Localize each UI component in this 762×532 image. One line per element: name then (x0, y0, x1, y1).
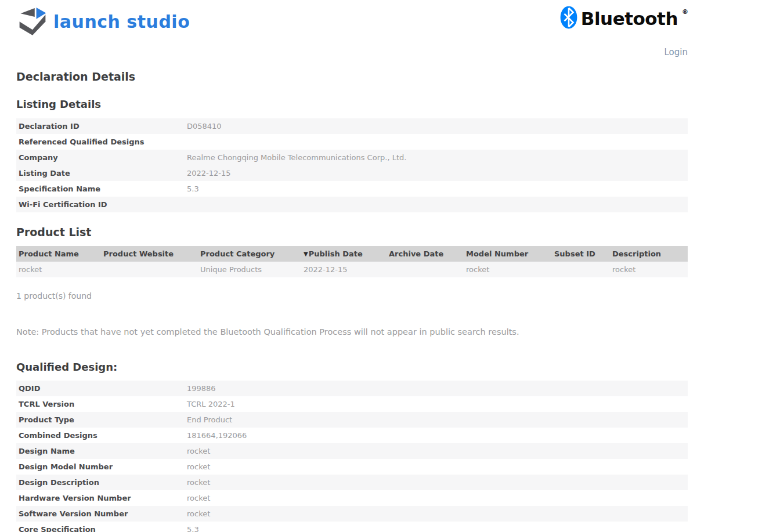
column-header-publish-date[interactable]: ▼Publish Date (301, 249, 387, 258)
row-value: Realme Chongqing Mobile Telecommunicatio… (187, 153, 406, 162)
row-value: 181664,192066 (187, 431, 247, 440)
qualification-note: Note: Products that have not yet complet… (16, 327, 688, 336)
row-value: rocket (187, 494, 210, 502)
row-label: Listing Date (16, 169, 187, 178)
launch-studio-logo[interactable]: launch studio (16, 5, 190, 38)
row-label: Software Version Number (16, 509, 187, 518)
table-row: Listing Date 2022-12-15 (16, 165, 688, 181)
qualified-design-table: QDID 199886 TCRL Version TCRL 2022-1 Pro… (16, 381, 688, 532)
product-table: Product Name Product Website Product Cat… (16, 246, 688, 277)
listing-details-heading: Listing Details (16, 98, 688, 110)
row-label: Referenced Qualified Designs (16, 137, 187, 146)
row-label: QDID (16, 384, 187, 393)
registered-mark: ® (682, 8, 688, 16)
login-link[interactable]: Login (665, 47, 688, 57)
row-value: rocket (187, 478, 210, 487)
result-count: 1 product(s) found (16, 291, 688, 301)
cell-product-name: rocket (16, 265, 101, 274)
cell-model-number: rocket (464, 265, 552, 274)
table-row: Company Realme Chongqing Mobile Telecomm… (16, 150, 688, 165)
cell-product-category: Unique Products (198, 265, 301, 274)
top-bar: launch studio Bluetooth® (16, 0, 688, 38)
table-row: QDID 199886 (16, 381, 688, 396)
column-header-product-category[interactable]: Product Category (198, 249, 301, 258)
row-label: Combined Designs (16, 431, 187, 440)
table-row: Wi-Fi Certification ID (16, 197, 688, 212)
row-label: Design Model Number (16, 462, 187, 471)
column-header-description[interactable]: Description (610, 249, 688, 258)
table-row: Software Version Number rocket (16, 506, 688, 522)
table-row: Product Type End Product (16, 412, 688, 428)
table-row: Design Description rocket (16, 475, 688, 490)
table-row: Hardware Version Number rocket (16, 490, 688, 506)
row-label: Declaration ID (16, 122, 187, 131)
login-row: Login (16, 46, 688, 57)
row-label: Design Name (16, 447, 187, 455)
row-label: Specification Name (16, 184, 187, 193)
column-header-archive-date[interactable]: Archive Date (387, 249, 464, 258)
row-label: Wi-Fi Certification ID (16, 200, 187, 209)
table-row: TCRL Version TCRL 2022-1 (16, 396, 688, 412)
row-value: TCRL 2022-1 (187, 400, 235, 408)
row-label: Company (16, 153, 187, 162)
row-value: rocket (187, 509, 210, 518)
column-header-product-name[interactable]: Product Name (16, 249, 101, 258)
qualified-design-heading: Qualified Design: (16, 361, 688, 373)
table-row: Design Name rocket (16, 443, 688, 459)
table-row: Declaration ID D058410 (16, 118, 688, 134)
column-header-model-number[interactable]: Model Number (464, 249, 552, 258)
product-list-heading: Product List (16, 226, 688, 238)
sort-descending-icon: ▼ (304, 251, 308, 257)
cell-description: rocket (610, 265, 688, 274)
table-row: Core Specification 5.3 (16, 522, 688, 532)
product-table-row: rocket Unique Products 2022-12-15 rocket… (16, 262, 688, 277)
row-label: Design Description (16, 478, 187, 487)
cell-publish-date: 2022-12-15 (301, 265, 387, 274)
row-value: 5.3 (187, 184, 199, 193)
launch-studio-icon (16, 5, 49, 38)
row-label: Core Specification (16, 525, 187, 532)
row-value: rocket (187, 462, 210, 471)
product-table-header: Product Name Product Website Product Cat… (16, 246, 688, 262)
row-label: TCRL Version (16, 400, 187, 408)
row-label: Hardware Version Number (16, 494, 187, 502)
row-value: End Product (187, 415, 232, 424)
page-container: launch studio Bluetooth® Login Declarati… (16, 0, 688, 532)
row-value: D058410 (187, 122, 222, 131)
table-row: Specification Name 5.3 (16, 181, 688, 197)
bluetooth-logo: Bluetooth® (560, 5, 688, 31)
table-row: Design Model Number rocket (16, 459, 688, 475)
row-value: rocket (187, 447, 210, 455)
launch-studio-wordmark: launch studio (53, 12, 190, 32)
table-row: Combined Designs 181664,192066 (16, 428, 688, 443)
bluetooth-rune-icon (560, 6, 577, 31)
row-value: 2022-12-15 (187, 169, 231, 178)
bluetooth-wordmark: Bluetooth (581, 8, 678, 29)
column-header-product-website[interactable]: Product Website (101, 249, 198, 258)
row-value: 5.3 (187, 525, 199, 532)
column-header-subset-id[interactable]: Subset ID (552, 249, 610, 258)
table-row: Referenced Qualified Designs (16, 134, 688, 150)
page-title: Declaration Details (16, 70, 688, 83)
row-value: 199886 (187, 384, 216, 393)
row-label: Product Type (16, 415, 187, 424)
listing-details-table: Declaration ID D058410 Referenced Qualif… (16, 118, 688, 212)
